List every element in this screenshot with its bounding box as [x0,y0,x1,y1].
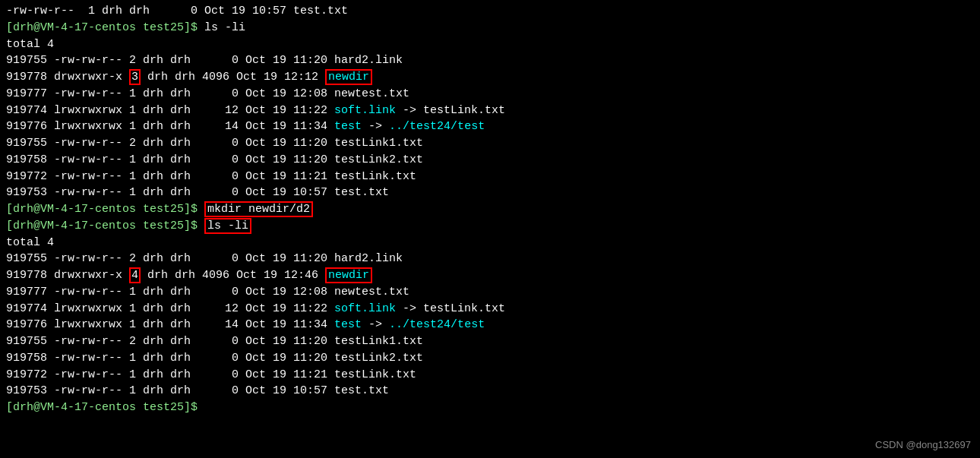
line-9: 919755 -rw-rw-r-- 2 drh drh 0 Oct 19 11:… [6,135,974,152]
line-23: 919772 -rw-rw-r-- 1 drh drh 0 Oct 19 11:… [6,367,974,384]
line-4: 919755 -rw-rw-r-- 2 drh drh 0 Oct 19 11:… [6,52,974,69]
line-1: -rw-rw-r-- 1 drh drh 0 Oct 19 10:57 test… [6,3,974,20]
line-5: 919778 drwxrwxr-x 3 drh drh 4096 Oct 19 … [6,69,974,86]
line-11: 919772 -rw-rw-r-- 1 drh drh 0 Oct 19 11:… [6,169,974,185]
ls-li-cmd: ls -li [204,218,251,234]
line-12: 919753 -rw-rw-r-- 1 drh drh 0 Oct 19 10:… [6,185,974,201]
link-count-4: 4 [129,267,141,283]
line-24: 919753 -rw-rw-r-- 1 drh drh 0 Oct 19 10:… [6,383,974,400]
line-20: 919776 lrwxrwxrwx 1 drh drh 14 Oct 19 11… [6,317,974,333]
line-8: 919776 lrwxrwxrwx 1 drh drh 14 Oct 19 11… [6,118,974,135]
newdir-2: newdir [325,267,372,283]
line-2: [drh@VM-4-17-centos test25]$ ls -li [6,20,974,36]
line-25: [drh@VM-4-17-centos test25]$ ​ [6,400,974,416]
terminal: -rw-rw-r-- 1 drh drh 0 Oct 19 10:57 test… [6,3,974,455]
line-18: 919777 -rw-rw-r-- 1 drh drh 0 Oct 19 12:… [6,284,974,301]
line-16: 919755 -rw-rw-r-- 2 drh drh 0 Oct 19 11:… [6,251,974,267]
line-10: 919758 -rw-rw-r-- 1 drh drh 0 Oct 19 11:… [6,152,974,169]
line-17: 919778 drwxrwxr-x 4 drh drh 4096 Oct 19 … [6,267,974,284]
line-14: [drh@VM-4-17-centos test25]$ ls -li [6,218,974,235]
link-count-3: 3 [129,69,141,85]
line-19: 919774 lrwxrwxrwx 1 drh drh 12 Oct 19 11… [6,301,974,317]
watermark: CSDN @dong132697 [875,439,971,450]
line-22: 919758 -rw-rw-r-- 1 drh drh 0 Oct 19 11:… [6,350,974,367]
line-21: 919755 -rw-rw-r-- 2 drh drh 0 Oct 19 11:… [6,333,974,350]
mkdir-cmd: mkdir newdir/d2 [204,201,313,217]
newdir-1: newdir [325,69,372,85]
line-13: [drh@VM-4-17-centos test25]$ mkdir newdi… [6,201,974,218]
line-15: total 4 [6,235,974,251]
line-3: total 4 [6,36,974,53]
line-6: 919777 -rw-rw-r-- 1 drh drh 0 Oct 19 12:… [6,86,974,103]
line-7: 919774 lrwxrwxrwx 1 drh drh 12 Oct 19 11… [6,103,974,119]
